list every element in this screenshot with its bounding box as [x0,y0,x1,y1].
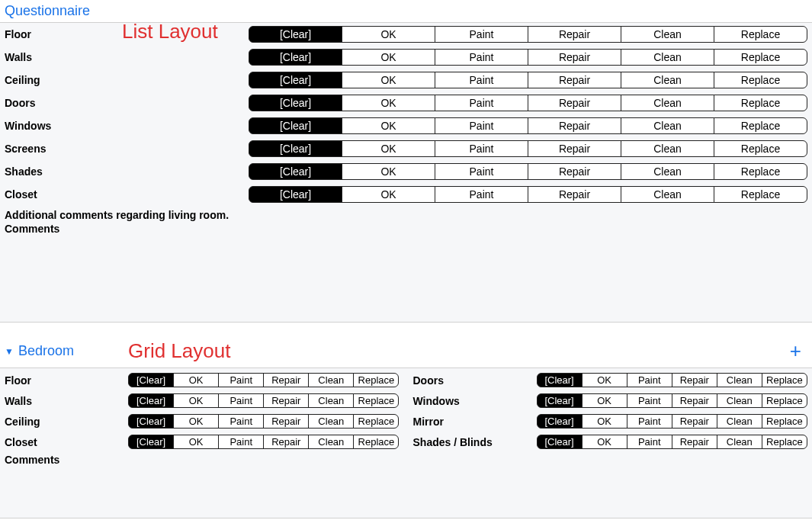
option-button[interactable]: OK [342,140,435,157]
option-button[interactable]: Paint [627,435,672,449]
option-button[interactable]: Replace [714,72,807,88]
bedroom-title[interactable]: Bedroom [18,343,74,359]
option-button[interactable]: Replace [714,117,807,134]
option-button[interactable]: Repair [263,414,309,429]
option-button[interactable]: Clean [621,95,714,111]
option-button[interactable]: [Clear] [249,26,342,43]
plus-icon[interactable]: + [790,339,807,363]
option-button[interactable]: OK [342,72,435,88]
option-button[interactable]: Clean [621,26,714,43]
option-button[interactable]: Clean [621,49,714,66]
option-button[interactable]: [Clear] [249,186,342,203]
option-button[interactable]: Replace [762,435,807,449]
option-button[interactable]: Paint [435,186,528,203]
option-button[interactable]: Clean [621,140,714,157]
option-button[interactable]: Replace [353,435,399,449]
option-button[interactable]: Replace [762,373,807,387]
option-button[interactable]: [Clear] [128,414,174,429]
option-button[interactable]: OK [342,95,435,111]
option-button[interactable]: Repair [528,163,621,180]
option-button[interactable]: [Clear] [537,414,583,429]
option-button[interactable]: Clean [621,72,714,88]
option-button[interactable]: [Clear] [128,373,174,387]
option-button[interactable]: [Clear] [249,95,342,111]
option-button[interactable]: Clean [621,163,714,180]
option-button[interactable]: Repair [528,49,621,66]
option-button[interactable]: Repair [263,393,309,408]
option-button[interactable]: OK [582,373,627,387]
option-button[interactable]: OK [582,435,627,449]
option-button[interactable]: [Clear] [537,373,583,387]
option-button[interactable]: OK [342,49,435,66]
option-button[interactable]: Paint [435,140,528,157]
option-button[interactable]: Paint [435,26,528,43]
option-button[interactable]: Clean [717,393,762,408]
option-button[interactable]: Paint [627,414,672,429]
option-button[interactable]: Paint [435,117,528,134]
option-button[interactable]: Replace [714,163,807,180]
option-button[interactable]: OK [173,373,219,387]
option-button[interactable]: Repair [528,72,621,88]
option-button[interactable]: Repair [672,373,717,387]
option-button[interactable]: Repair [263,373,309,387]
option-button[interactable]: [Clear] [128,393,174,408]
option-button[interactable]: Repair [528,140,621,157]
option-button[interactable]: OK [173,393,219,408]
option-button[interactable]: [Clear] [537,393,583,408]
option-button[interactable]: Replace [353,373,399,387]
option-button[interactable]: Replace [714,26,807,43]
option-button[interactable]: Repair [528,117,621,134]
option-button[interactable]: OK [342,163,435,180]
option-button[interactable]: Clean [717,414,762,429]
option-button[interactable]: Replace [762,393,807,408]
option-button[interactable]: OK [342,26,435,43]
option-button[interactable]: Clean [308,393,354,408]
option-button[interactable]: Clean [308,414,354,429]
option-button[interactable]: Paint [435,95,528,111]
option-button[interactable]: OK [342,117,435,134]
option-button[interactable]: OK [173,435,219,449]
option-button[interactable]: Paint [218,414,264,429]
option-button[interactable]: Replace [714,186,807,203]
option-button[interactable]: [Clear] [128,435,174,449]
option-button[interactable]: Repair [672,393,717,408]
option-button[interactable]: Clean [621,186,714,203]
option-button[interactable]: Clean [308,373,354,387]
option-button[interactable]: Clean [717,435,762,449]
option-button[interactable]: Replace [714,49,807,66]
option-button[interactable]: Paint [627,393,672,408]
option-button[interactable]: Replace [762,414,807,429]
option-button[interactable]: Paint [435,163,528,180]
option-button[interactable]: [Clear] [537,435,583,449]
option-button[interactable]: OK [173,414,219,429]
option-button[interactable]: Clean [621,117,714,134]
option-button[interactable]: Replace [353,414,399,429]
option-button[interactable]: Replace [353,393,399,408]
option-button[interactable]: Repair [528,95,621,111]
option-button[interactable]: Clean [308,435,354,449]
comments-textarea[interactable] [0,238,812,322]
option-button[interactable]: Replace [714,95,807,111]
option-button[interactable]: Paint [218,373,264,387]
option-button[interactable]: Clean [717,373,762,387]
option-button[interactable]: Paint [435,72,528,88]
option-button[interactable]: Paint [218,435,264,449]
option-button[interactable]: Paint [218,393,264,408]
option-button[interactable]: [Clear] [249,140,342,157]
option-button[interactable]: Repair [672,435,717,449]
option-button[interactable]: Paint [435,49,528,66]
option-button[interactable]: Repair [528,186,621,203]
bedroom-comments-textarea[interactable] [0,469,812,515]
option-button[interactable]: OK [582,393,627,408]
option-button[interactable]: Repair [528,26,621,43]
caret-down-icon[interactable]: ▼ [5,346,14,357]
option-button[interactable]: [Clear] [249,49,342,66]
option-button[interactable]: [Clear] [249,163,342,180]
option-button[interactable]: Repair [672,414,717,429]
option-button[interactable]: Repair [263,435,309,449]
option-button[interactable]: Replace [714,140,807,157]
option-button[interactable]: [Clear] [249,72,342,88]
option-button[interactable]: [Clear] [249,117,342,134]
option-button[interactable]: OK [342,186,435,203]
option-button[interactable]: Paint [627,373,672,387]
